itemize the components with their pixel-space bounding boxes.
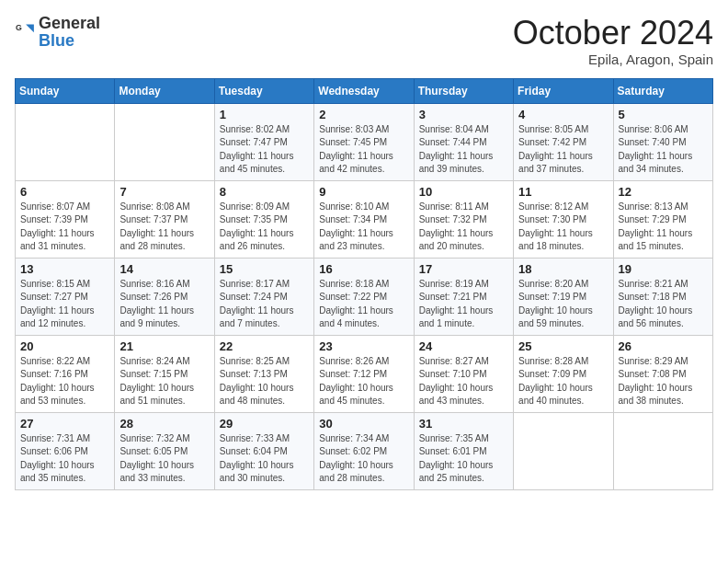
day-number: 30 [319,417,408,431]
day-number: 7 [119,185,209,199]
day-info: Sunrise: 8:21 AMSunset: 7:18 PMDaylight:… [619,278,708,331]
day-info: Sunrise: 8:07 AMSunset: 7:39 PMDaylight:… [20,201,109,254]
calendar-cell: 23Sunrise: 8:26 AMSunset: 7:12 PMDayligh… [314,335,414,412]
day-number: 5 [619,108,708,121]
day-info: Sunrise: 7:31 AMSunset: 6:06 PMDaylight:… [20,432,109,486]
location-title: Epila, Aragon, Spain [513,52,713,67]
calendar-week-row: 13Sunrise: 8:15 AMSunset: 7:27 PMDayligh… [16,258,713,335]
day-number: 9 [319,185,408,199]
calendar-cell: 7Sunrise: 8:08 AMSunset: 7:37 PMDaylight… [115,180,214,258]
day-number: 17 [419,262,508,276]
calendar-cell: 16Sunrise: 8:18 AMSunset: 7:22 PMDayligh… [314,258,414,335]
day-number: 19 [619,262,708,276]
calendar-cell [16,103,115,180]
day-info: Sunrise: 8:06 AMSunset: 7:40 PMDaylight:… [619,123,708,177]
calendar-cell [613,412,712,489]
day-number: 13 [20,262,109,276]
calendar-cell: 6Sunrise: 8:07 AMSunset: 7:39 PMDaylight… [16,180,115,258]
day-info: Sunrise: 7:35 AMSunset: 6:01 PMDaylight:… [419,432,508,486]
day-info: Sunrise: 8:15 AMSunset: 7:27 PMDaylight:… [20,278,109,331]
calendar-cell [514,412,613,489]
day-info: Sunrise: 8:17 AMSunset: 7:24 PMDaylight:… [220,278,309,331]
day-info: Sunrise: 8:19 AMSunset: 7:21 PMDaylight:… [419,278,508,331]
day-number: 20 [20,339,109,353]
calendar-cell: 28Sunrise: 7:32 AMSunset: 6:05 PMDayligh… [115,412,214,489]
calendar-cell: 19Sunrise: 8:21 AMSunset: 7:18 PMDayligh… [613,258,712,335]
day-number: 23 [319,339,408,353]
calendar-table: SundayMondayTuesdayWednesdayThursdayFrid… [15,78,713,490]
calendar-week-row: 27Sunrise: 7:31 AMSunset: 6:06 PMDayligh… [16,412,713,489]
svg-text:G: G [16,23,22,32]
day-number: 2 [319,108,408,121]
weekday-header-cell: Wednesday [314,78,414,103]
day-number: 31 [419,417,508,431]
weekday-header-row: SundayMondayTuesdayWednesdayThursdayFrid… [16,78,713,103]
day-number: 29 [220,417,309,431]
day-info: Sunrise: 8:09 AMSunset: 7:35 PMDaylight:… [220,201,309,254]
day-info: Sunrise: 8:03 AMSunset: 7:45 PMDaylight:… [319,123,408,177]
calendar-cell: 15Sunrise: 8:17 AMSunset: 7:24 PMDayligh… [214,258,313,335]
calendar-cell: 17Sunrise: 8:19 AMSunset: 7:21 PMDayligh… [414,258,513,335]
day-info: Sunrise: 8:27 AMSunset: 7:10 PMDaylight:… [419,355,508,408]
day-number: 16 [319,262,408,276]
day-number: 10 [419,185,508,199]
day-number: 1 [220,108,309,121]
calendar-cell: 13Sunrise: 8:15 AMSunset: 7:27 PMDayligh… [16,258,115,335]
day-number: 21 [119,339,209,353]
day-info: Sunrise: 8:29 AMSunset: 7:08 PMDaylight:… [619,355,708,408]
day-info: Sunrise: 8:12 AMSunset: 7:30 PMDaylight:… [518,201,608,254]
day-info: Sunrise: 8:16 AMSunset: 7:26 PMDaylight:… [119,278,209,331]
title-area: October 2024 Epila, Aragon, Spain [513,15,713,67]
calendar-cell: 1Sunrise: 8:02 AMSunset: 7:47 PMDaylight… [214,103,313,180]
calendar-cell: 2Sunrise: 8:03 AMSunset: 7:45 PMDaylight… [314,103,414,180]
calendar-cell: 26Sunrise: 8:29 AMSunset: 7:08 PMDayligh… [613,335,712,412]
weekday-header-cell: Tuesday [214,78,313,103]
day-info: Sunrise: 8:04 AMSunset: 7:44 PMDaylight:… [419,123,508,177]
month-title: October 2024 [513,15,713,52]
weekday-header-cell: Friday [514,78,613,103]
day-info: Sunrise: 7:32 AMSunset: 6:05 PMDaylight:… [119,432,209,486]
day-info: Sunrise: 8:24 AMSunset: 7:15 PMDaylight:… [119,355,209,408]
day-number: 8 [220,185,309,199]
calendar-cell: 18Sunrise: 8:20 AMSunset: 7:19 PMDayligh… [514,258,613,335]
calendar-cell: 29Sunrise: 7:33 AMSunset: 6:04 PMDayligh… [214,412,313,489]
logo-text-blue: Blue [39,31,74,50]
day-info: Sunrise: 8:26 AMSunset: 7:12 PMDaylight:… [319,355,408,408]
day-number: 4 [518,108,608,121]
calendar-cell: 9Sunrise: 8:10 AMSunset: 7:34 PMDaylight… [314,180,414,258]
calendar-cell: 5Sunrise: 8:06 AMSunset: 7:40 PMDaylight… [613,103,712,180]
day-info: Sunrise: 7:33 AMSunset: 6:04 PMDaylight:… [220,432,309,486]
day-info: Sunrise: 8:11 AMSunset: 7:32 PMDaylight:… [419,201,508,254]
day-number: 11 [518,185,608,199]
logo-graphic: G [15,20,35,44]
calendar-cell: 24Sunrise: 8:27 AMSunset: 7:10 PMDayligh… [414,335,513,412]
day-info: Sunrise: 8:08 AMSunset: 7:37 PMDaylight:… [119,201,209,254]
day-number: 27 [20,417,109,431]
calendar-cell: 11Sunrise: 8:12 AMSunset: 7:30 PMDayligh… [514,180,613,258]
weekday-header-cell: Saturday [613,78,712,103]
day-number: 6 [20,185,109,199]
day-number: 12 [619,185,708,199]
calendar-week-row: 6Sunrise: 8:07 AMSunset: 7:39 PMDaylight… [16,180,713,258]
day-info: Sunrise: 8:25 AMSunset: 7:13 PMDaylight:… [220,355,309,408]
day-number: 25 [518,339,608,353]
svg-marker-1 [26,24,34,32]
logo-text-general: General [39,14,100,32]
calendar-cell: 12Sunrise: 8:13 AMSunset: 7:29 PMDayligh… [613,180,712,258]
calendar-body: 1Sunrise: 8:02 AMSunset: 7:47 PMDaylight… [16,103,713,489]
calendar-cell: 14Sunrise: 8:16 AMSunset: 7:26 PMDayligh… [115,258,214,335]
day-number: 14 [119,262,209,276]
day-info: Sunrise: 8:18 AMSunset: 7:22 PMDaylight:… [319,278,408,331]
day-info: Sunrise: 8:02 AMSunset: 7:47 PMDaylight:… [220,123,309,177]
calendar-cell: 21Sunrise: 8:24 AMSunset: 7:15 PMDayligh… [115,335,214,412]
day-info: Sunrise: 8:13 AMSunset: 7:29 PMDaylight:… [619,201,708,254]
weekday-header-cell: Thursday [414,78,513,103]
day-info: Sunrise: 8:10 AMSunset: 7:34 PMDaylight:… [319,201,408,254]
calendar-week-row: 20Sunrise: 8:22 AMSunset: 7:16 PMDayligh… [16,335,713,412]
calendar-cell: 20Sunrise: 8:22 AMSunset: 7:16 PMDayligh… [16,335,115,412]
calendar-cell: 27Sunrise: 7:31 AMSunset: 6:06 PMDayligh… [16,412,115,489]
day-info: Sunrise: 7:34 AMSunset: 6:02 PMDaylight:… [319,432,408,486]
day-info: Sunrise: 8:28 AMSunset: 7:09 PMDaylight:… [518,355,608,408]
calendar-cell: 3Sunrise: 8:04 AMSunset: 7:44 PMDaylight… [414,103,513,180]
calendar-cell: 31Sunrise: 7:35 AMSunset: 6:01 PMDayligh… [414,412,513,489]
